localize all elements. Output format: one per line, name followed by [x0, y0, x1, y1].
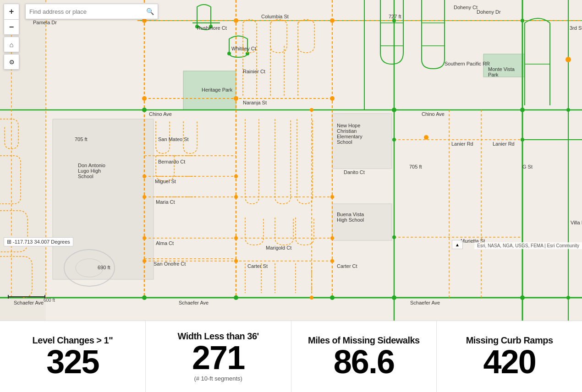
svg-point-51 — [566, 108, 570, 112]
stat-number-2: 86.6 — [334, 345, 394, 378]
svg-point-64 — [143, 195, 146, 199]
stat-missing-sidewalks: Miles of Missing Sidewalks 86.6 — [291, 321, 437, 392]
svg-point-47 — [392, 108, 396, 112]
svg-point-75 — [566, 57, 571, 62]
stat-sublabel-1: (# 10-ft segments) — [194, 375, 242, 382]
svg-text:600 ft: 600 ft — [44, 298, 55, 303]
stat-number-3: 420 — [483, 345, 536, 378]
stat-missing-curb-ramps: Missing Curb Ramps 420 — [437, 321, 582, 392]
svg-rect-2 — [183, 71, 236, 110]
zoom-in-button[interactable]: + — [4, 4, 19, 19]
svg-point-48 — [520, 108, 525, 112]
svg-point-55 — [392, 235, 396, 239]
svg-rect-4 — [332, 114, 392, 169]
svg-point-65 — [234, 195, 238, 199]
stats-footer: Level Changes > 1" 325 Width Less than 3… — [0, 321, 582, 392]
coordinate-display: ⊞ -117.713 34.007 Degrees — [4, 237, 73, 246]
svg-point-59 — [142, 96, 147, 101]
svg-point-58 — [330, 18, 335, 23]
search-button[interactable]: 🔍 — [143, 5, 158, 17]
collapse-icon: ▲ — [455, 242, 460, 247]
svg-point-49 — [392, 19, 396, 22]
svg-point-34 — [195, 25, 199, 28]
search-bar[interactable]: 🔍 — [25, 4, 158, 19]
svg-rect-6 — [483, 54, 525, 77]
stat-number-0: 325 — [46, 345, 99, 378]
zoom-out-button[interactable]: − — [4, 19, 19, 35]
stat-width-less: Width Less than 36' 271 (# 10-ft segment… — [146, 321, 291, 392]
svg-point-46 — [142, 108, 147, 112]
svg-point-76 — [424, 135, 428, 140]
stat-level-changes: Level Changes > 1" 325 — [0, 321, 146, 392]
svg-point-45 — [520, 295, 525, 300]
svg-point-53 — [392, 138, 396, 142]
svg-point-36 — [227, 52, 231, 55]
svg-point-54 — [521, 138, 524, 142]
locate-button[interactable]: ⊙ — [4, 54, 19, 70]
svg-rect-5 — [332, 204, 392, 240]
svg-point-61 — [330, 96, 335, 101]
svg-point-60 — [234, 96, 238, 101]
collapse-panel-button[interactable]: ▲ — [452, 240, 463, 249]
svg-point-52 — [566, 296, 570, 299]
svg-point-44 — [392, 295, 396, 300]
map-area[interactable]: 600 ft Columbia St Pamela Dr Rushmore Ct… — [0, 0, 582, 321]
svg-point-63 — [234, 174, 238, 178]
svg-rect-3 — [53, 119, 154, 279]
svg-point-62 — [143, 174, 146, 178]
svg-point-43 — [330, 295, 335, 300]
svg-point-66 — [143, 236, 146, 240]
map-controls-panel: + − ⌂ ⊙ — [4, 4, 19, 71]
svg-point-71 — [330, 236, 334, 240]
search-input[interactable] — [26, 6, 143, 17]
svg-point-69 — [234, 259, 238, 263]
home-button[interactable]: ⌂ — [4, 37, 19, 52]
svg-point-73 — [310, 108, 313, 112]
svg-point-41 — [142, 295, 147, 300]
map-attribution: Esri, NASA, NGA, USGS, FEMA | Esri Commu… — [474, 242, 582, 249]
svg-point-67 — [234, 236, 238, 240]
svg-point-68 — [143, 259, 146, 263]
svg-point-70 — [330, 195, 334, 199]
svg-point-42 — [234, 295, 238, 300]
svg-point-74 — [310, 296, 313, 299]
svg-point-50 — [521, 19, 524, 22]
coordinates-text: -117.713 34.007 Degrees — [13, 239, 70, 245]
svg-point-57 — [234, 18, 238, 23]
search-icon: 🔍 — [146, 8, 154, 15]
svg-point-35 — [209, 25, 213, 28]
stat-number-1: 271 — [192, 341, 244, 374]
svg-point-72 — [330, 259, 334, 263]
